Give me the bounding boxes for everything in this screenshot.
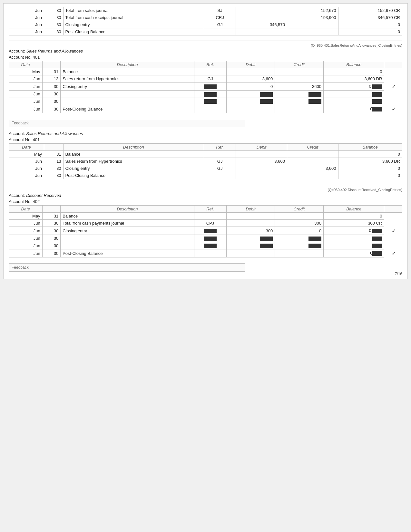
cell-balance: 0 bbox=[323, 213, 384, 220]
table-row: Jun 30 Post-Closing Balance 0 bbox=[9, 28, 402, 35]
cell-ref: GJ bbox=[194, 75, 226, 82]
cell-date: Jun bbox=[9, 82, 43, 91]
table-row: May31Balance0 bbox=[9, 213, 402, 220]
cell-date: May bbox=[9, 151, 44, 158]
cell-credit: 300 bbox=[275, 220, 324, 227]
redacted-block bbox=[372, 251, 382, 256]
query-id-3: (Q=960-402.DiscountReceived_ClosingEntri… bbox=[9, 188, 402, 192]
feedback-label-2: Feedback bbox=[12, 265, 29, 270]
cell-balance: 3,600 DR bbox=[338, 158, 402, 165]
table-row: Jun30Closing entry30000 ✓ bbox=[9, 227, 402, 235]
redacted-block bbox=[372, 84, 382, 89]
account-header-1: Account: Sales Returns and Allowances bbox=[9, 49, 402, 53]
cell-ref bbox=[204, 172, 236, 179]
cell-date: Jun bbox=[9, 235, 43, 242]
redacted-block bbox=[204, 229, 217, 233]
cell-desc bbox=[61, 235, 194, 242]
cell-date: Jun bbox=[9, 249, 43, 257]
cell-debit bbox=[236, 28, 287, 35]
cell-day: 13 bbox=[44, 158, 64, 165]
col-date-1: Date bbox=[9, 61, 43, 68]
cell-check: ✓ bbox=[384, 82, 402, 91]
cell-credit bbox=[275, 242, 324, 249]
cell-credit bbox=[275, 213, 324, 220]
redacted-block bbox=[372, 237, 382, 241]
cell-ref: CPJ bbox=[194, 220, 226, 227]
redacted-block bbox=[308, 244, 321, 248]
cell-ref bbox=[194, 242, 226, 249]
page-container: Jun 30 Total from sales journal SJ 152,6… bbox=[3, 3, 408, 279]
table-row: Jun30Post-Closing Balance0✓ bbox=[9, 105, 402, 113]
redacted-block bbox=[204, 244, 217, 248]
col-balance-1: Balance bbox=[323, 61, 384, 68]
cell-day: 30 bbox=[42, 91, 61, 98]
col-credit-1: Credit bbox=[275, 61, 324, 68]
table-row: Jun30Total from cash payments journalCPJ… bbox=[9, 220, 402, 227]
ledger-table-2: Date Description Ref. Debit Credit Balan… bbox=[9, 143, 402, 179]
account-no-1: Account No. 401 bbox=[9, 55, 402, 60]
cell-debit: 3,600 bbox=[236, 158, 287, 165]
table-row: Jun30 bbox=[9, 235, 402, 242]
cell-credit bbox=[275, 249, 324, 257]
cell-day: 30 bbox=[44, 172, 64, 179]
cell-desc: Post-Closing Balance bbox=[63, 28, 204, 35]
cell-desc: Total from sales journal bbox=[63, 7, 204, 14]
cell-day: 30 bbox=[42, 105, 61, 113]
table-row: Jun 30 Total from cash receipts journal … bbox=[9, 14, 402, 21]
cell-check bbox=[384, 98, 402, 105]
cell-credit: 152,670 bbox=[287, 7, 338, 14]
table-row: May 31 Balance 0 bbox=[9, 151, 402, 158]
cell-check bbox=[384, 91, 402, 98]
cell-date: Jun bbox=[9, 158, 44, 165]
col-debit-1: Debit bbox=[226, 61, 275, 68]
cell-ref: SJ bbox=[204, 7, 236, 14]
cell-ref: CRJ bbox=[204, 14, 236, 21]
feedback-box-1[interactable]: Feedback bbox=[9, 119, 245, 127]
table-row: May31Balance0 bbox=[9, 68, 402, 75]
redacted-block bbox=[260, 244, 273, 248]
cell-ref: GJ bbox=[204, 165, 236, 172]
cell-check bbox=[384, 68, 402, 75]
account-no-3: Account No. 402 bbox=[9, 199, 402, 204]
account-no-2: Account No. 401 bbox=[9, 137, 402, 142]
cell-debit bbox=[226, 242, 275, 249]
cell-date: May bbox=[9, 213, 43, 220]
redacted-block bbox=[204, 92, 217, 97]
cell-date: Jun bbox=[9, 28, 44, 35]
table-row: Jun30 bbox=[9, 98, 402, 105]
cell-balance: 3,600 DR bbox=[323, 75, 384, 82]
cell-ref: GJ bbox=[204, 21, 236, 28]
col-check-1 bbox=[384, 61, 402, 68]
cell-date: Jun bbox=[9, 91, 43, 98]
cell-desc: Balance bbox=[63, 151, 204, 158]
cell-debit: 3,600 bbox=[226, 75, 275, 82]
cell-debit bbox=[236, 7, 287, 14]
cell-check bbox=[384, 220, 402, 227]
cell-credit bbox=[287, 28, 338, 35]
cell-desc bbox=[61, 98, 194, 105]
cell-balance: 346,570 CR bbox=[338, 14, 402, 21]
cell-date: Jun bbox=[9, 98, 43, 105]
cell-balance bbox=[323, 91, 384, 98]
cell-day: 30 bbox=[42, 98, 61, 105]
cell-ref bbox=[194, 227, 226, 235]
cell-desc: Closing entry bbox=[63, 165, 204, 172]
cell-day: 30 bbox=[44, 7, 64, 14]
col-desc-3: Description bbox=[61, 206, 194, 213]
cell-check: ✓ bbox=[384, 105, 402, 113]
account-name-3: Discount Received bbox=[26, 193, 61, 198]
cell-debit bbox=[226, 91, 275, 98]
col-balance-3: Balance bbox=[323, 206, 384, 213]
feedback-box-2[interactable]: Feedback bbox=[9, 263, 245, 272]
cell-debit: 346,570 bbox=[236, 21, 287, 28]
cell-credit bbox=[275, 235, 324, 242]
cell-debit bbox=[236, 151, 287, 158]
cell-balance bbox=[323, 98, 384, 105]
cell-date: Jun bbox=[9, 227, 43, 235]
cell-balance: 0 bbox=[338, 21, 402, 28]
cell-desc: Post-Closing Balance bbox=[63, 172, 204, 179]
cell-credit bbox=[275, 75, 324, 82]
cell-date: Jun bbox=[9, 105, 43, 113]
cell-balance: 0 bbox=[323, 249, 384, 257]
cell-credit: 3,600 bbox=[287, 165, 338, 172]
